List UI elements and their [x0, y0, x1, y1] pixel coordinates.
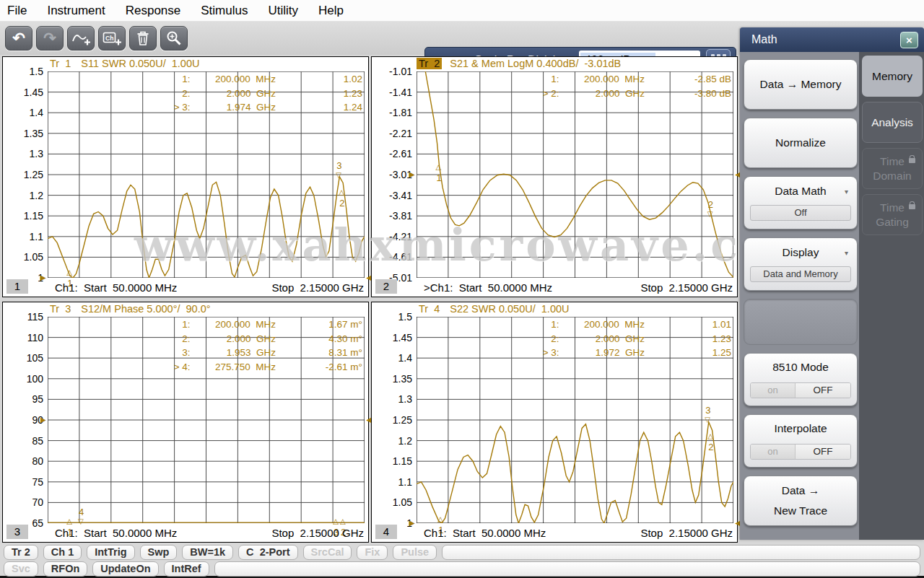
tab-time-gating[interactable]: Time Gating: [862, 194, 923, 235]
plot-grid-svg: [417, 71, 733, 278]
math-button-normalize[interactable]: Normalize: [744, 118, 858, 168]
status-pill-bw-1k[interactable]: BW=1k: [182, 545, 233, 560]
status-pill-updateon[interactable]: UpdateOn: [92, 561, 158, 577]
add-channel-icon: Ch: [103, 31, 122, 46]
math-tab-column: MemoryAnalysisTime DomainTime Gating: [859, 52, 924, 540]
status-pill-rfon[interactable]: RFOn: [43, 561, 87, 577]
menu-item-stimulus[interactable]: Stimulus: [201, 4, 248, 18]
trace-label[interactable]: Tr 4: [417, 303, 442, 315]
add-channel-button[interactable]: Ch: [98, 26, 126, 51]
plot-title: Tr 2S21 & Mem LogM 0.400dB/ -3.01dB: [417, 58, 621, 69]
interpolate-toggle[interactable]: onOFF: [750, 444, 851, 460]
redo-button: ↷: [36, 26, 64, 51]
y-axis-label: 1.05: [24, 251, 43, 263]
math-button-interpolate[interactable]: InterpolateonOFF: [744, 414, 858, 468]
math-button-data-to-new-trace[interactable]: Data →New Trace: [744, 476, 858, 526]
channel-stimulus-row: Ch1: Start 50.0000 MHzStop 2.15000 GHz: [48, 281, 364, 294]
y-axis-label: -4.21: [389, 231, 412, 242]
status-pill-swp[interactable]: Swp: [140, 545, 178, 560]
y-axis-label: -1.81: [389, 107, 412, 118]
y-axis-label: 1.3: [30, 148, 43, 159]
math-button-data-math[interactable]: Data Math▾Off: [744, 176, 858, 229]
undo-button[interactable]: ↶: [5, 26, 32, 51]
mode-8510-toggle[interactable]: onOFF: [750, 382, 851, 398]
ref-level-arrow-left: ▶: [409, 171, 415, 178]
marker-number: 2:: [48, 88, 191, 102]
trace-plot-4[interactable]: Tr 4S22 SWR 0.050U/ 1.00U1.51.451.41.351…: [371, 302, 738, 543]
marker-number: 1:: [417, 74, 559, 88]
y-axis-label: -2.61: [389, 148, 412, 159]
status-row-1: Tr 2Ch 1IntTrigSwpBW=1kC 2-PortSrcCalFix…: [4, 545, 920, 560]
y-axis-label: 95: [32, 393, 43, 405]
y-axis-label: -3.81: [389, 210, 412, 222]
trace-label[interactable]: Tr 2: [417, 58, 442, 69]
menu-item-utility[interactable]: Utility: [268, 4, 298, 18]
y-axis-label: 1.25: [24, 169, 43, 180]
math-button-data-to-memory[interactable]: Data → Memory: [744, 59, 858, 110]
marker-frequency: 1.972 GHz: [559, 347, 645, 362]
close-icon[interactable]: ×: [900, 32, 918, 48]
y-axis-label: -1.01: [389, 66, 412, 77]
status-pill-c-2-port[interactable]: C 2-Port: [238, 545, 297, 560]
marker-frequency: 275.750 MHz: [191, 362, 276, 376]
trace-label[interactable]: Tr 1: [48, 58, 73, 69]
marker-number: > 3:: [48, 102, 191, 116]
plot-grid-area: 1.51.451.41.351.31.251.21.151.11.051▶◀1:…: [48, 71, 365, 278]
marker-number: 1:: [48, 74, 191, 88]
marker-readout-row: 2:2.000 GHz1.23: [417, 333, 733, 348]
menu-item-file[interactable]: File: [7, 4, 27, 18]
plot-title: Tr 3S12/M Phase 5.000°/ 90.0°: [48, 303, 211, 315]
y-axis-label: 1.1: [30, 231, 43, 242]
delete-button[interactable]: [129, 26, 157, 51]
lock-icon: [909, 204, 915, 209]
marker-value: 1.02: [276, 74, 365, 88]
menu-item-instrument[interactable]: Instrument: [47, 4, 105, 18]
trace-plot-3[interactable]: Tr 3S12/M Phase 5.000°/ 90.0°11511010510…: [2, 302, 369, 543]
marker-readout-table: 1:200.000 MHz1.022:2.000 GHz1.23> 3:1.97…: [48, 74, 365, 116]
y-axis-label: 75: [32, 476, 43, 488]
trace-descriptor: S22 SWR 0.050U/ 1.00U: [450, 303, 569, 315]
math-button-label: 8510 Mode: [749, 359, 853, 375]
status-pill-tr-2[interactable]: Tr 2: [4, 545, 38, 560]
math-button-mode-8510[interactable]: 8510 ModeonOFF: [744, 353, 858, 406]
marker-number: 1:: [417, 319, 559, 333]
ref-level-arrow-left: ▶: [40, 416, 46, 424]
trace-label[interactable]: Tr 3: [48, 303, 73, 315]
status-pill-inttrig[interactable]: IntTrig: [87, 545, 134, 560]
y-axis-label: 1.4: [398, 352, 412, 364]
plot-grid-area: 11511010510095908580757065▶◀1:200.000 MH…: [48, 317, 365, 523]
trace-plot-1[interactable]: Tr 1S11 SWR 0.050U/ 1.00U1.51.451.41.351…: [2, 56, 369, 297]
marker-value: 1.01: [645, 319, 733, 333]
marker-number: 2:: [417, 333, 559, 348]
trace-plot-2[interactable]: Tr 2S21 & Mem LogM 0.400dB/ -3.01dB-1.01…: [371, 56, 738, 297]
marker-frequency: 200.000 MHz: [559, 74, 645, 88]
status-pill-empty: [442, 545, 920, 560]
tab-time-domain[interactable]: Time Domain: [862, 148, 923, 189]
ref-level-arrow-left: ▶: [40, 274, 46, 281]
zoom-button[interactable]: [160, 26, 188, 51]
interpolate-on: on: [751, 445, 795, 459]
math-button-display[interactable]: Display▾Data and Memory: [744, 237, 858, 291]
math-panel-titlebar: Math ×: [740, 27, 924, 52]
data-math-value[interactable]: Off: [750, 205, 851, 221]
display-value[interactable]: Data and Memory: [750, 266, 851, 282]
math-panel: Math × MemoryAnalysisTime DomainTime Gat…: [740, 27, 924, 540]
marker-frequency: 200.000 MHz: [559, 319, 645, 333]
tab-analysis[interactable]: Analysis: [862, 102, 923, 143]
menu-item-response[interactable]: Response: [126, 4, 181, 18]
marker-value: 8.31 m°: [276, 347, 365, 362]
menu-item-help[interactable]: Help: [318, 4, 344, 18]
plot-number-badge: 3: [6, 525, 28, 539]
marker-frequency: 200.000 MHz: [191, 74, 276, 88]
y-axis-label: 1.4: [30, 107, 43, 118]
channel-stimulus-row: Ch1: Start 50.0000 MHzStop 2.15000 GHz: [417, 527, 733, 539]
add-trace-button[interactable]: [67, 26, 95, 51]
marker-readout-row: 1:200.000 MHz1.67 m°: [48, 319, 365, 333]
marker-number: > 2:: [417, 88, 559, 102]
marker-triangle-icon: △: [339, 188, 344, 197]
tab-memory[interactable]: Memory: [862, 56, 923, 97]
status-pill-intref[interactable]: IntRef: [164, 561, 209, 577]
status-pill-ch-1[interactable]: Ch 1: [43, 545, 82, 560]
marker-frequency: 2.000 GHz: [191, 88, 276, 102]
marker-frequency: 2.000 GHz: [191, 333, 276, 348]
